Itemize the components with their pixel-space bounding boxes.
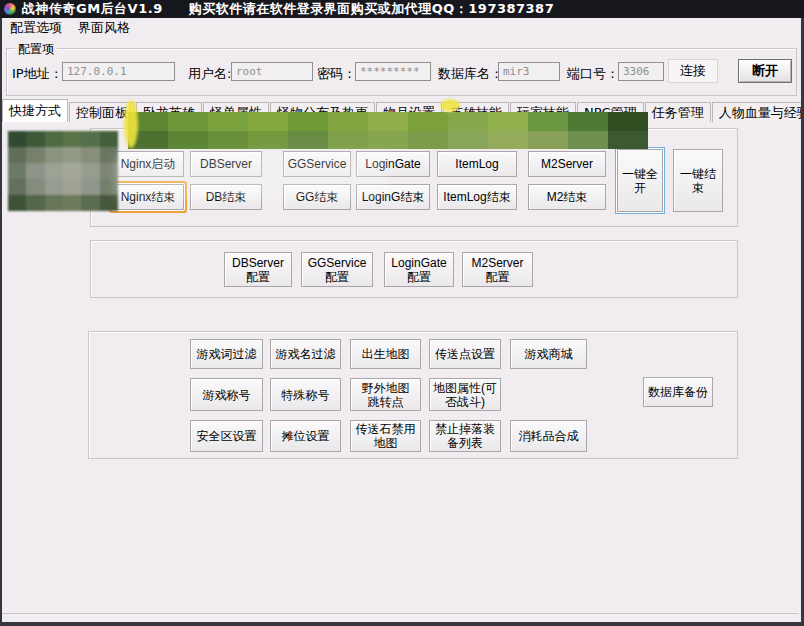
app-icon <box>4 3 16 15</box>
mosaic-cell <box>208 112 248 131</box>
censored-thumbnail-image <box>8 131 118 211</box>
mosaic-cell <box>328 131 368 150</box>
censor-mosaic-band <box>128 112 648 149</box>
database-input[interactable] <box>498 62 560 81</box>
mosaic-cell <box>81 179 99 195</box>
mosaic-cell <box>328 112 368 131</box>
mosaic-cell <box>63 131 81 147</box>
mosaic-cell <box>248 112 288 131</box>
mosaic-cell <box>45 163 63 179</box>
mosaic-cell <box>81 163 99 179</box>
yellow-smear-tab <box>440 99 460 112</box>
tab-task-manage[interactable]: 任务管理 <box>645 102 711 122</box>
mosaic-cell <box>568 112 608 131</box>
mosaic-cell <box>45 147 63 163</box>
username-label: 用户名: <box>188 65 231 83</box>
app-window: 战神传奇GM后台V1.9 购买软件请在软件登录界面购买或加代理QQ：197387… <box>0 0 804 626</box>
mosaic-cell <box>45 179 63 195</box>
tab-player-hp-exp[interactable]: 人物血量与经验 <box>712 102 804 122</box>
mosaic-cell <box>448 131 488 150</box>
mosaic-cell <box>26 195 44 211</box>
one-key-close-all-button[interactable]: 一键结束 <box>673 149 723 212</box>
safe-zone-button[interactable]: 安全区设置 <box>190 420 263 452</box>
username-input[interactable] <box>231 62 313 81</box>
no-drop-equip-button[interactable]: 禁止掉落装备列表 <box>429 420 501 452</box>
game-title-button[interactable]: 游戏称号 <box>190 378 263 411</box>
mosaic-cell <box>63 147 81 163</box>
logingate-config-button[interactable]: LoginGate 配置 <box>384 252 454 287</box>
mosaic-cell <box>168 131 208 150</box>
mosaic-cell <box>63 163 81 179</box>
mosaic-cell <box>408 112 448 131</box>
mosaic-cell <box>208 131 248 150</box>
menu-ui-style[interactable]: 界面风格 <box>70 19 138 37</box>
menu-bar: 配置选项 界面风格 <box>2 18 799 38</box>
mosaic-cell <box>368 131 408 150</box>
consumable-craft-button[interactable]: 消耗品合成 <box>510 420 587 452</box>
mosaic-cell <box>26 131 44 147</box>
mosaic-cell <box>288 112 328 131</box>
mosaic-cell <box>45 195 63 211</box>
mosaic-cell <box>408 131 448 150</box>
mosaic-cell <box>26 147 44 163</box>
spawn-map-button[interactable]: 出生地图 <box>350 339 421 369</box>
stall-settings-button[interactable]: 摊位设置 <box>270 420 341 452</box>
port-input[interactable] <box>618 62 664 81</box>
mosaic-cell <box>288 131 328 150</box>
watermark-overlay <box>115 152 390 198</box>
mosaic-cell <box>248 131 288 150</box>
title-bar: 战神传奇GM后台V1.9 购买软件请在软件登录界面购买或加代理QQ：197387… <box>0 0 804 18</box>
mosaic-cell <box>45 131 63 147</box>
purchase-notice: 购买软件请在软件登录界面购买或加代理QQ：197387387 <box>189 0 555 18</box>
mosaic-cell <box>8 131 26 147</box>
mosaic-cell <box>368 112 408 131</box>
mosaic-cell <box>608 131 648 150</box>
mosaic-cell <box>100 195 118 211</box>
password-label: 密码： <box>317 65 356 83</box>
ip-input[interactable] <box>62 62 175 81</box>
mosaic-cell <box>8 179 26 195</box>
mosaic-cell <box>488 131 528 150</box>
ip-label: IP地址： <box>12 65 63 83</box>
mosaic-cell <box>81 195 99 211</box>
mosaic-cell <box>81 131 99 147</box>
map-attrs-button[interactable]: 地图属性(可否战斗) <box>429 378 501 411</box>
itemlog-stop-button[interactable]: ItemLog结束 <box>437 184 517 210</box>
password-input[interactable] <box>355 62 431 81</box>
database-backup-button[interactable]: 数据库备份 <box>643 377 713 407</box>
teleport-point-button[interactable]: 传送点设置 <box>429 339 501 369</box>
config-groupbox-label: 配置项 <box>15 41 57 58</box>
mosaic-cell <box>100 131 118 147</box>
connect-button[interactable]: 连接 <box>668 59 718 83</box>
mosaic-cell <box>168 112 208 131</box>
window-title: 战神传奇GM后台V1.9 <box>22 0 163 18</box>
itemlog-start-button[interactable]: ItemLog <box>437 151 517 177</box>
disconnect-button[interactable]: 断开 <box>738 59 792 83</box>
teleport-stone-ban-button[interactable]: 传送石禁用地图 <box>350 420 421 452</box>
mosaic-cell <box>63 195 81 211</box>
mosaic-cell <box>26 163 44 179</box>
yellow-smear-left <box>124 100 138 148</box>
word-filter-button[interactable]: 游戏词过滤 <box>190 339 263 369</box>
dbserver-config-button[interactable]: DBServer 配置 <box>224 252 292 287</box>
mosaic-cell <box>8 195 26 211</box>
mosaic-cell <box>528 131 568 150</box>
mosaic-cell <box>568 131 608 150</box>
mosaic-cell <box>63 179 81 195</box>
m2server-config-button[interactable]: M2Server 配置 <box>462 252 533 287</box>
special-title-button[interactable]: 特殊称号 <box>270 378 341 411</box>
mosaic-cell <box>8 147 26 163</box>
game-mall-button[interactable]: 游戏商城 <box>510 339 587 369</box>
mosaic-cell <box>608 112 648 131</box>
mosaic-cell <box>26 179 44 195</box>
wild-map-jump-button[interactable]: 野外地图 跳转点 <box>350 378 421 411</box>
m2-stop-button[interactable]: M2结束 <box>528 184 606 210</box>
status-bar <box>2 613 799 623</box>
ggservice-config-button[interactable]: GGService 配置 <box>301 252 373 287</box>
one-key-open-all-button[interactable]: 一键全开 <box>617 149 663 212</box>
menu-config-options[interactable]: 配置选项 <box>2 19 70 37</box>
name-filter-button[interactable]: 游戏名过滤 <box>270 339 341 369</box>
tab-quick-actions[interactable]: 快捷方式 <box>2 99 68 122</box>
database-label: 数据库名： <box>438 65 503 83</box>
m2server-start-button[interactable]: M2Server <box>528 151 606 177</box>
